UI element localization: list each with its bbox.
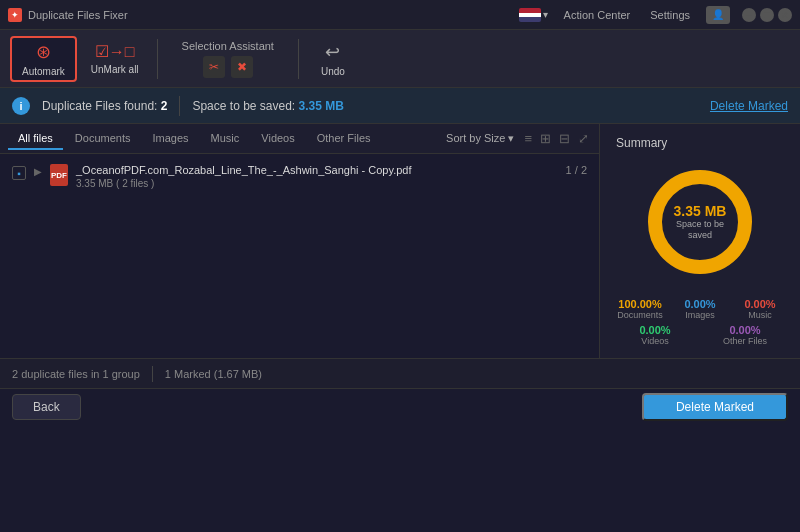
undo-icon: ↩ (325, 41, 340, 63)
undo-label: Undo (321, 66, 345, 77)
toolbar-sep-1 (157, 39, 158, 79)
info-bar: i Duplicate Files found: 2 Space to be s… (0, 88, 800, 124)
close-btn[interactable]: ✕ (778, 8, 792, 22)
status-bar: 2 duplicate files in 1 group 1 Marked (1… (0, 358, 800, 388)
title-bar-right: ▾ Action Center Settings 👤 – □ ✕ (519, 6, 792, 24)
stats-row2: 0.00% Videos 0.00% Other Files (608, 324, 792, 346)
undo-btn[interactable]: ↩ Undo (307, 36, 359, 82)
title-bar: ✦ Duplicate Files Fixer ▾ Action Center … (0, 0, 800, 30)
file-checkbox[interactable]: ▪ (12, 166, 26, 180)
file-list: ▪ ▶ PDF _OceanofPDF.com_Rozabal_Line_The… (0, 154, 599, 358)
selection-assistant-label: Selection Assistant (182, 40, 274, 52)
tab-all-files[interactable]: All files (8, 128, 63, 150)
view-btns: ≡ ⊞ ⊟ ⤢ (522, 129, 591, 148)
stat-name-music: Music (732, 310, 788, 320)
duplicates-count: 2 (161, 99, 168, 113)
stat-pct-documents: 100.00% (612, 298, 668, 310)
donut-label: Space to besaved (674, 219, 727, 241)
selection-btns: ✂ ✖ (203, 56, 253, 78)
panels: All files Documents Images Music Videos … (0, 124, 800, 358)
delete-marked-btn[interactable]: Delete Marked (642, 393, 788, 421)
file-group-1: ▪ ▶ PDF _OceanofPDF.com_Rozabal_Line_The… (4, 158, 595, 195)
unmark-label: UnMark all (91, 64, 139, 75)
duplicates-label: Duplicate Files found: 2 (42, 99, 167, 113)
sel-btn-1[interactable]: ✂ (203, 56, 225, 78)
action-center-btn[interactable]: Action Center (560, 7, 635, 23)
user-icon[interactable]: 👤 (706, 6, 730, 24)
stat-pct-music: 0.00% (732, 298, 788, 310)
maximize-btn[interactable]: □ (760, 8, 774, 22)
tab-images[interactable]: Images (142, 128, 198, 150)
stat-pct-images: 0.00% (672, 298, 728, 310)
delete-marked-link[interactable]: Delete Marked (710, 99, 788, 113)
donut-chart: 3.35 MB Space to besaved (640, 162, 760, 282)
status-left: 2 duplicate files in 1 group (12, 368, 140, 380)
stat-otherfiles: 0.00% Other Files (702, 324, 788, 346)
space-value: 3.35 MB (299, 99, 344, 113)
app-icon: ✦ (8, 8, 22, 22)
tab-music[interactable]: Music (201, 128, 250, 150)
stat-images: 0.00% Images (672, 298, 728, 320)
title-bar-left: ✦ Duplicate Files Fixer (8, 8, 128, 22)
tabs-bar: All files Documents Images Music Videos … (0, 124, 599, 154)
stat-name-images: Images (672, 310, 728, 320)
right-panel: Summary 3.35 MB Space to besaved 100.00%… (600, 124, 800, 358)
expand-view-btn[interactable]: ⤢ (576, 129, 591, 148)
toolbar: ⊛ Automark ☑→□ UnMark all Selection Assi… (0, 30, 800, 88)
detail-view-btn[interactable]: ⊟ (557, 129, 572, 148)
sel-btn-2[interactable]: ✖ (231, 56, 253, 78)
footer: Back Delete Marked (0, 388, 800, 424)
info-divider (179, 96, 180, 116)
donut-center: 3.35 MB Space to besaved (674, 203, 727, 241)
selection-assistant: Selection Assistant ✂ ✖ (166, 36, 290, 82)
space-label: Space to be saved: 3.35 MB (192, 99, 343, 113)
info-icon: i (12, 97, 30, 115)
tab-videos[interactable]: Videos (251, 128, 304, 150)
stat-music: 0.00% Music (732, 298, 788, 320)
stat-pct-videos: 0.00% (612, 324, 698, 336)
stats-grid: 100.00% Documents 0.00% Images 0.00% Mus… (608, 298, 792, 320)
status-right: 1 Marked (1.67 MB) (165, 368, 262, 380)
tab-other-files[interactable]: Other Files (307, 128, 381, 150)
settings-btn[interactable]: Settings (646, 7, 694, 23)
stat-name-documents: Documents (612, 310, 668, 320)
status-divider (152, 366, 153, 382)
automark-btn[interactable]: ⊛ Automark (10, 36, 77, 82)
flag-icon: ▾ (519, 8, 548, 22)
tabs-left: All files Documents Images Music Videos … (8, 128, 381, 150)
unmark-all-btn[interactable]: ☑→□ UnMark all (81, 36, 149, 82)
stat-name-otherfiles: Other Files (702, 336, 788, 346)
sort-by-size-btn[interactable]: Sort by Size ▾ (446, 132, 514, 145)
file-size: 3.35 MB ( 2 files ) (76, 178, 558, 189)
tabs-right: Sort by Size ▾ ≡ ⊞ ⊟ ⤢ (446, 129, 591, 148)
file-type-icon: PDF (50, 164, 68, 186)
stat-pct-otherfiles: 0.00% (702, 324, 788, 336)
tab-documents[interactable]: Documents (65, 128, 141, 150)
automark-icon: ⊛ (36, 41, 51, 63)
app-title: Duplicate Files Fixer (28, 9, 128, 21)
minimize-btn[interactable]: – (742, 8, 756, 22)
stat-videos: 0.00% Videos (612, 324, 698, 346)
file-name: _OceanofPDF.com_Rozabal_Line_The_-_Ashwi… (76, 164, 558, 176)
file-info: _OceanofPDF.com_Rozabal_Line_The_-_Ashwi… (76, 164, 558, 189)
automark-label: Automark (22, 66, 65, 77)
unmark-icon: ☑→□ (95, 42, 135, 61)
left-panel: All files Documents Images Music Videos … (0, 124, 600, 358)
grid-view-btn[interactable]: ⊞ (538, 129, 553, 148)
window-controls: – □ ✕ (742, 8, 792, 22)
stat-documents: 100.00% Documents (612, 298, 668, 320)
list-view-btn[interactable]: ≡ (522, 129, 534, 148)
back-btn[interactable]: Back (12, 394, 81, 420)
donut-size: 3.35 MB (674, 203, 727, 219)
table-row[interactable]: ▪ ▶ PDF _OceanofPDF.com_Rozabal_Line_The… (4, 158, 595, 195)
stat-name-videos: Videos (612, 336, 698, 346)
file-count: 1 / 2 (566, 164, 587, 176)
checkbox-icon: ▪ (17, 168, 21, 179)
summary-title: Summary (608, 136, 667, 150)
file-expand-btn[interactable]: ▶ (34, 166, 42, 177)
toolbar-sep-2 (298, 39, 299, 79)
